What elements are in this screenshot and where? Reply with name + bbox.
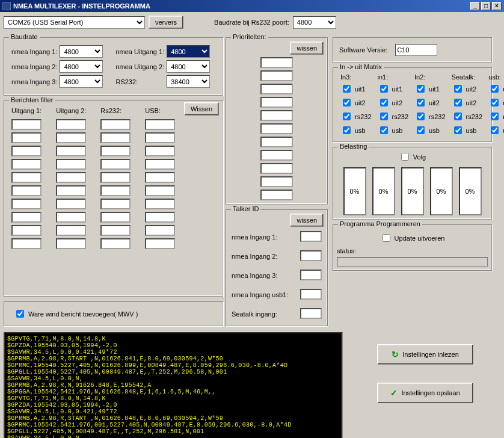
filter-usb-cell[interactable]	[145, 172, 175, 183]
talker-i5-input[interactable]	[300, 308, 322, 319]
matrix-cell[interactable]: uit1	[378, 83, 409, 94]
filter-out2-cell[interactable]	[56, 185, 86, 196]
matrix-cell[interactable]: uit2	[452, 97, 483, 108]
priority-cell[interactable]	[260, 70, 293, 81]
filter-out1-cell[interactable]	[11, 159, 41, 170]
filter-out2-cell[interactable]	[56, 225, 86, 236]
matrix-cell[interactable]: uit1	[414, 83, 446, 94]
matrix-cell[interactable]: uit2	[414, 97, 446, 108]
filter-out1-cell[interactable]	[11, 185, 41, 196]
filter-out2-cell[interactable]	[56, 199, 86, 209]
close-button[interactable]: ×	[492, 2, 502, 10]
read-settings-button[interactable]: Instellingen inlezen	[377, 344, 473, 365]
talker-i2-input[interactable]	[300, 250, 322, 261]
update-checkbox-label[interactable]: Update uitvoeren	[380, 232, 445, 244]
refresh-button[interactable]: ververs	[149, 16, 183, 29]
volg-checkbox-label[interactable]: Volg	[399, 151, 426, 162]
talker-i4-input[interactable]	[300, 289, 322, 300]
matrix-cell[interactable]: rs232	[414, 111, 446, 122]
matrix-cell[interactable]: uit1	[340, 83, 372, 94]
matrix-cell[interactable]: rs232	[340, 111, 372, 122]
volg-checkbox[interactable]	[401, 153, 409, 161]
filter-rs232-cell[interactable]	[100, 159, 131, 170]
filter-usb-cell[interactable]	[145, 199, 175, 209]
matrix-cell[interactable]: uit2	[378, 97, 409, 108]
filter-rs232-cell[interactable]	[100, 225, 131, 236]
minimize-button[interactable]: _	[470, 2, 480, 10]
matrix-cell[interactable]: rs232	[378, 111, 409, 122]
filter-out2-cell[interactable]	[56, 159, 86, 170]
matrix-cell[interactable]: rs232	[488, 111, 504, 122]
filter-clear-button[interactable]: Wissen	[184, 102, 219, 116]
priority-cell[interactable]	[260, 97, 293, 108]
filter-rs232-cell[interactable]	[100, 238, 131, 249]
matrix-cell[interactable]: uit2	[340, 97, 372, 108]
filter-rs232-cell[interactable]	[100, 119, 131, 130]
version-value[interactable]	[395, 44, 437, 56]
update-checkbox[interactable]	[383, 234, 390, 242]
priorities-clear-button[interactable]: wissen	[290, 42, 324, 55]
priority-cell[interactable]	[260, 110, 293, 121]
filter-rs232-cell[interactable]	[100, 172, 131, 183]
filter-usb-cell[interactable]	[145, 212, 175, 223]
mwv-checkbox[interactable]	[16, 310, 24, 318]
priority-cell[interactable]	[260, 123, 293, 134]
talker-i1-input[interactable]	[300, 231, 322, 242]
filter-out1-cell[interactable]	[11, 146, 41, 156]
filter-out2-cell[interactable]	[56, 212, 86, 223]
filter-out1-cell[interactable]	[11, 225, 41, 236]
matrix-cell[interactable]: rs232	[452, 111, 483, 122]
filter-out2-cell[interactable]	[56, 172, 86, 183]
matrix-cell[interactable]: usb	[488, 125, 504, 136]
priority-cell[interactable]	[260, 57, 293, 68]
filter-usb-cell[interactable]	[145, 159, 175, 170]
filter-rs232-cell[interactable]	[100, 199, 131, 209]
filter-usb-cell[interactable]	[145, 132, 175, 143]
nmea-in3-select[interactable]: 4800	[60, 75, 103, 88]
filter-usb-cell[interactable]	[145, 119, 175, 130]
talker-clear-button[interactable]: wissen	[290, 214, 324, 227]
filter-usb-cell[interactable]	[145, 238, 175, 249]
matrix-cell[interactable]: uit1	[488, 97, 504, 108]
matrix-cell[interactable]: usb	[378, 125, 409, 136]
nmea-in2-select[interactable]: 4800	[60, 60, 103, 73]
filter-rs232-cell[interactable]	[100, 185, 131, 196]
nmea-in1-select[interactable]: 4800	[60, 45, 103, 58]
filter-out1-cell[interactable]	[11, 132, 41, 143]
filter-usb-cell[interactable]	[145, 185, 175, 196]
maximize-button[interactable]: □	[481, 2, 491, 10]
filter-out1-cell[interactable]	[11, 119, 41, 130]
filter-rs232-cell[interactable]	[100, 146, 131, 156]
priority-cell[interactable]	[260, 84, 293, 94]
filter-usb-cell[interactable]	[145, 225, 175, 236]
nmea-out2-select[interactable]: 4800	[167, 60, 210, 73]
nmea-out1-select[interactable]: 4800	[167, 45, 210, 58]
rs232-select[interactable]: 38400	[167, 75, 210, 88]
com-port-select[interactable]: COM26 (USB Serial Port)	[4, 16, 145, 29]
filter-out2-cell[interactable]	[56, 146, 86, 156]
matrix-cell[interactable]: usb	[414, 125, 446, 136]
filter-out1-cell[interactable]	[11, 172, 41, 183]
filter-rs232-cell[interactable]	[100, 212, 131, 223]
matrix-cell[interactable]: usb	[340, 125, 372, 136]
priority-cell[interactable]	[260, 176, 293, 187]
priority-cell[interactable]	[260, 190, 293, 200]
priority-cell[interactable]	[260, 137, 293, 147]
priority-cell[interactable]	[260, 150, 293, 161]
filter-out2-cell[interactable]	[56, 132, 86, 143]
filter-out1-cell[interactable]	[11, 199, 41, 209]
filter-out1-cell[interactable]	[11, 212, 41, 223]
filter-out2-cell[interactable]	[56, 238, 86, 249]
matrix-cell[interactable]: uit2	[488, 83, 504, 94]
filter-out1-cell[interactable]	[11, 238, 41, 249]
filter-rs232-cell[interactable]	[100, 132, 131, 143]
talker-i3-input[interactable]	[300, 270, 322, 280]
priority-cell[interactable]	[260, 163, 293, 174]
save-settings-button[interactable]: Instellingen opslaan	[377, 383, 473, 403]
filter-out2-cell[interactable]	[56, 119, 86, 130]
mwv-checkbox-label[interactable]: Ware wind bericht toevoegen( MWV )	[14, 308, 213, 319]
baudrate-rs232-select[interactable]: 4800	[293, 16, 336, 29]
matrix-cell[interactable]: usb	[452, 125, 483, 136]
matrix-cell[interactable]: uit2	[452, 83, 483, 94]
filter-usb-cell[interactable]	[145, 146, 175, 156]
